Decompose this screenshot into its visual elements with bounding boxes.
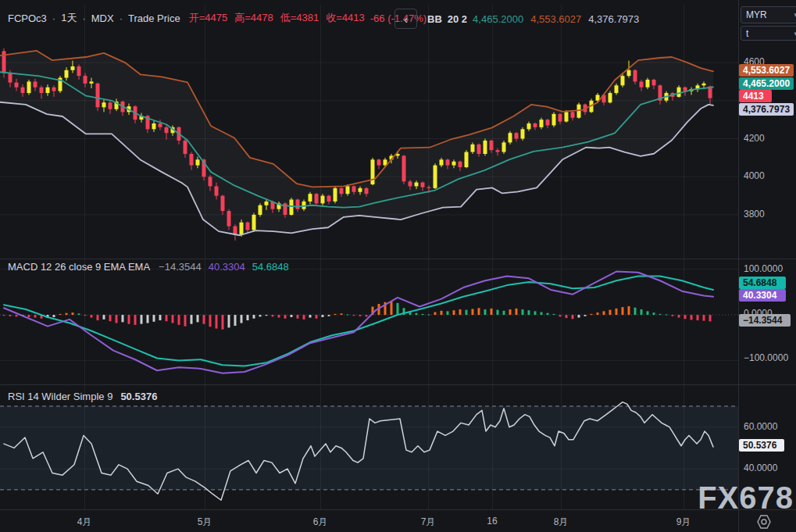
- unit-dropdown[interactable]: t ▾: [741, 26, 796, 41]
- collapse-legend-button[interactable]: ‹: [394, 9, 417, 29]
- macd-title[interactable]: MACD 12 26 close 9 EMA EMA: [8, 261, 150, 273]
- interval-label[interactable]: 1天: [61, 11, 77, 25]
- bb-value: 4,553.6027: [530, 13, 581, 25]
- price-tag: 40.3304: [739, 289, 786, 302]
- bb-legend: ‹ BB 20 2 4,465.20004,553.60274,376.7973: [394, 9, 639, 29]
- symbol-legend[interactable]: FCPOc3 · 1天 · MDX · Trade Price 开=4475高=…: [8, 11, 427, 25]
- bb-value: 4,465.2000: [473, 13, 523, 25]
- ohlc-values: 开=4475高=4478低=4381收=4413: [189, 11, 365, 25]
- macd-legend[interactable]: MACD 12 26 close 9 EMA EMA −14.354440.33…: [8, 261, 289, 273]
- price-tag: 4413: [739, 90, 772, 102]
- macd-value: −14.3544: [159, 261, 202, 273]
- time-axis-label[interactable]: 16: [487, 516, 497, 527]
- time-axis[interactable]: 4月5月6月7月168月9月: [0, 510, 796, 532]
- time-axis-label[interactable]: 5月: [198, 516, 212, 529]
- ohlc-item: 高=4478: [234, 11, 273, 25]
- time-axis-label[interactable]: 4月: [77, 516, 92, 529]
- separator-dot: ·: [120, 12, 123, 24]
- symbol-name[interactable]: FCPOc3: [8, 12, 47, 24]
- scale-tick-label: −100.0000: [744, 352, 788, 363]
- time-axis-label[interactable]: 7月: [421, 516, 436, 529]
- currency-value: MYR: [746, 9, 767, 20]
- rsi-value: 50.5376: [120, 391, 157, 402]
- exchange-label: MDX: [91, 12, 114, 24]
- scale-tick-label: 60.0000: [744, 421, 777, 432]
- separator-dot: ·: [82, 12, 85, 24]
- ohlc-item: 开=4475: [189, 11, 228, 25]
- bb-indicator-name[interactable]: BB: [427, 13, 442, 25]
- time-axis-label[interactable]: 6月: [313, 516, 328, 529]
- price-scale[interactable]: MYR ▾ t ▾ 4600420040003800100.00000.0000…: [739, 0, 796, 532]
- currency-dropdown[interactable]: MYR ▾: [741, 6, 796, 23]
- ohlc-item: 低=4381: [280, 11, 319, 25]
- bb-value: 4,376.7973: [588, 13, 639, 25]
- macd-value: 40.3304: [209, 261, 245, 273]
- rsi-legend[interactable]: RSI 14 Wilder Simple 9 50.5376: [8, 391, 157, 402]
- scale-tick-label: 3800: [744, 209, 765, 220]
- ohlc-item: 收=4413: [326, 11, 365, 25]
- bb-params: 20 2: [448, 13, 467, 25]
- timezone-settings-icon[interactable]: [751, 512, 778, 532]
- series-type-label: Trade Price: [128, 12, 180, 24]
- macd-value: 54.6848: [252, 261, 289, 273]
- price-tag: 50.5376: [739, 439, 784, 452]
- price-tag: 54.6848: [739, 277, 786, 289]
- time-axis-label[interactable]: 8月: [554, 516, 569, 529]
- price-tag: −14.3544: [739, 314, 791, 327]
- price-tag: 4,553.6027: [739, 64, 794, 77]
- time-axis-label[interactable]: 9月: [676, 516, 691, 529]
- separator-dot: ·: [52, 12, 55, 24]
- scale-tick-label: 100.0000: [744, 263, 783, 274]
- scale-tick-label: 4000: [744, 170, 765, 181]
- price-tag: 4,376.7973: [739, 103, 794, 116]
- macd-values: −14.354440.330454.6848: [159, 261, 289, 273]
- rsi-title[interactable]: RSI 14 Wilder Simple 9: [8, 391, 112, 402]
- scale-tick-label: 4200: [744, 133, 765, 144]
- chart-app: FCPOc3 · 1天 · MDX · Trade Price 开=4475高=…: [0, 0, 796, 532]
- bb-values: 4,465.20004,553.60274,376.7973: [473, 13, 639, 25]
- price-tag: 4,465.2000: [739, 77, 794, 90]
- unit-value: t: [746, 28, 748, 39]
- scale-tick-label: 40.0000: [744, 462, 777, 473]
